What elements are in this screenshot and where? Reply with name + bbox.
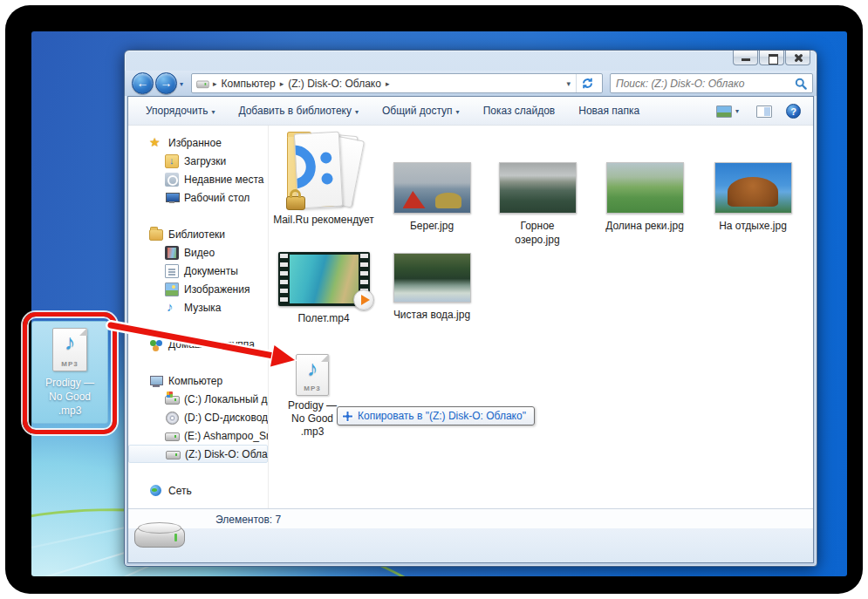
file-item-gornoe-ozero[interactable]: Горное озеро.jpg [489,162,586,247]
file-item-bereg[interactable]: Берег.jpg [383,162,481,233]
sidebar-label: (C:) Локальный дис [184,393,268,405]
recent-places-icon [165,173,179,187]
chevron-down-icon: ▾ [456,108,460,116]
sidebar-item-computer[interactable]: Компьютер [128,371,268,390]
search-box[interactable] [610,73,813,93]
close-button[interactable] [785,51,810,65]
cd-drive-icon [165,411,179,425]
desktop-monitor-icon [165,191,179,205]
chevron-down-icon: ▾ [211,108,215,116]
title-bar[interactable] [125,51,817,71]
sidebar-item-network[interactable]: Сеть [128,481,268,500]
drive-led [174,534,177,541]
forward-arrow-icon: → [161,76,173,90]
explorer-window: ← → ▾ ▸ Компьютер ▸ (Z:) Disk-O: Облако … [124,50,817,567]
mailru-logo-dot [321,173,333,185]
breadcrumb-arrow-icon[interactable]: ▸ [384,79,392,88]
share-menu[interactable]: Общий доступ▾ [382,105,460,117]
file-name: Mail.Ru рекомендует [270,213,377,227]
sidebar-label: Недавние места [184,174,263,186]
breadcrumb-arrow-icon[interactable]: ▸ [211,79,219,88]
items-count: Элементов: 7 [215,514,281,526]
slideshow-button[interactable]: Показ слайдов [483,105,556,117]
breadcrumb-disk-o[interactable]: (Z:) Disk-O: Облако [285,78,384,90]
status-bar: Элементов: 7 [128,508,813,562]
sidebar-item-drive-z-selected[interactable]: (Z:) Disk-O: Облако [128,445,268,463]
history-dropdown[interactable]: ▾ [180,80,183,88]
change-view-button[interactable]: ▾ [716,106,742,118]
sidebar-item-recent-places[interactable]: Недавние места [128,170,268,188]
lock-shackle [290,189,301,198]
new-folder-button[interactable]: Новая папка [578,105,639,117]
breadcrumb-arrow-icon[interactable]: ▸ [278,79,286,88]
sidebar-label: (D:) CD-дисковод - [184,412,268,424]
photo-thumbnail [393,253,471,303]
plus-icon [342,411,353,422]
file-item-polet-video[interactable]: Полет.mp4 [270,252,377,325]
file-item-dolina-reki[interactable]: Долина реки.jpg [596,162,694,233]
file-name: Полет.mp4 [270,311,377,325]
sidebar-label: Рабочий стол [184,192,249,204]
sidebar-label: (Z:) Disk-O: Облако [185,448,268,460]
sidebar-item-drive-c[interactable]: (C:) Локальный дис [128,390,268,408]
sidebar-item-downloads[interactable]: Загрузки [128,152,268,170]
pictures-icon [165,282,179,296]
sidebar-item-drive-e[interactable]: (E:) Ashampoo_Snap [128,426,268,445]
sidebar-item-video[interactable]: Видео [128,243,268,262]
minimize-button[interactable] [733,51,758,65]
play-button-icon [353,289,374,310]
locked-folder-icon [285,131,362,211]
lock-icon [286,196,305,210]
search-input[interactable] [616,78,795,90]
sidebar-item-music[interactable]: Музыка [128,298,268,317]
screenshot-root: ♪ MP3 Prodigy — No Good .mp3 ← → ▾ [0,0,868,599]
drive-icon [196,78,208,90]
mp3-badge: MP3 [297,385,328,392]
navigation-bar: ← → ▾ ▸ Компьютер ▸ (Z:) Disk-O: Облако … [125,71,817,96]
window-client-area: Упорядочить▾ Добавить в библиотеку▾ Общи… [127,96,814,563]
mp3-file-icon: ♪ MP3 [296,354,329,396]
preview-pane-button[interactable] [756,106,772,118]
address-bar[interactable]: ▸ Компьютер ▸ (Z:) Disk-O: Облако ▸ ▾ [191,73,603,93]
sidebar-item-libraries[interactable]: Библиотеки [128,225,268,243]
address-dropdown-icon[interactable]: ▾ [561,79,576,88]
forward-button[interactable]: → [155,72,177,94]
sidebar-item-documents[interactable]: Документы [128,262,268,280]
back-button[interactable]: ← [132,72,154,94]
photo-thumbnail [499,162,577,214]
cloud-drive-icon [166,447,180,461]
file-list-pane[interactable]: Mail.Ru рекомендует Берег.jpg Горное озе… [268,126,813,508]
search-icon[interactable] [795,78,807,90]
libraries-folder-icon [149,229,163,241]
restore-button[interactable] [759,51,784,65]
breadcrumb-computer[interactable]: Компьютер [219,78,278,90]
help-button[interactable]: ? [786,104,801,119]
chevron-down-icon: ▾ [355,108,359,116]
video-frame [290,255,359,303]
sidebar-spacer [128,353,268,371]
sidebar-item-favorites[interactable]: Избранное [128,133,268,152]
file-item-na-otdyhe[interactable]: На отдыхе.jpg [704,162,802,233]
sidebar-item-desktop[interactable]: Рабочий стол [128,188,268,207]
sidebar-item-drive-d[interactable]: (D:) CD-дисковод - [128,408,268,426]
sidebar-item-homegroup[interactable]: Домашняя группа [128,335,268,353]
file-item-chistaya-voda[interactable]: Чистая вода.jpg [383,253,481,322]
downloads-folder-icon [165,154,179,168]
sidebar-label: Компьютер [168,375,222,387]
sidebar-spacer [128,317,268,335]
computer-icon [149,374,163,388]
sidebar-label: Видео [184,247,215,259]
refresh-button[interactable] [576,74,598,92]
file-name: Горное озеро.jpg [506,219,569,247]
organize-menu[interactable]: Упорядочить▾ [146,105,215,117]
video-thumbnail [278,252,370,306]
command-toolbar: Упорядочить▾ Добавить в библиотеку▾ Общи… [128,97,813,126]
dragged-file-prodigy-mp3[interactable]: ♪ MP3 Prodigy — No Good .mp3 [269,354,356,439]
file-label-line: .mp3 [269,425,356,439]
hard-drive-icon [165,392,179,406]
sidebar-item-pictures[interactable]: Изображения [128,280,268,298]
file-item-mailru-folder[interactable]: Mail.Ru рекомендует [270,131,377,227]
sidebar-label: Сеть [168,485,192,497]
add-to-library-menu[interactable]: Добавить в библиотеку▾ [238,105,359,117]
back-arrow-icon: ← [137,76,149,90]
